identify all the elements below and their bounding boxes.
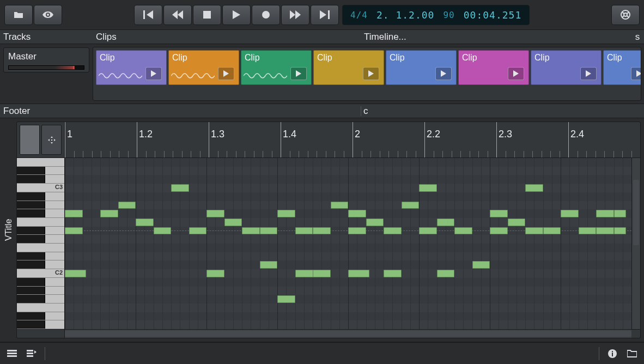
open-button[interactable] (4, 5, 33, 25)
piano-key[interactable]: C2 (17, 269, 64, 278)
view-button[interactable] (34, 5, 62, 25)
info-icon[interactable] (606, 347, 619, 360)
midi-note[interactable] (100, 210, 118, 217)
midi-note[interactable] (419, 227, 437, 235)
clips-header[interactable]: Clips (93, 32, 361, 43)
midi-note[interactable] (171, 184, 189, 192)
stop-button[interactable] (193, 5, 221, 25)
midi-note[interactable] (154, 227, 172, 235)
play-button[interactable] (222, 5, 251, 25)
clip-play-button[interactable] (218, 67, 234, 80)
midi-note[interactable] (596, 227, 614, 235)
midi-note[interactable] (508, 219, 526, 226)
folder-icon[interactable] (625, 347, 639, 360)
clip-play-button[interactable] (631, 67, 641, 80)
rewind-button[interactable] (163, 5, 192, 25)
clip-1[interactable]: Clip (168, 50, 239, 85)
midi-note[interactable] (437, 219, 455, 226)
midi-note[interactable] (543, 227, 561, 235)
scrollbar-thumb[interactable] (65, 331, 631, 337)
midi-note[interactable] (525, 184, 543, 192)
piano-key[interactable] (17, 295, 64, 304)
midi-note[interactable] (277, 295, 295, 303)
midi-note[interactable] (331, 202, 349, 209)
master-track[interactable]: Master (3, 47, 89, 72)
piano-roll-view-icon[interactable] (25, 347, 38, 360)
footer-label[interactable]: Footer (0, 106, 361, 117)
vertical-scrollbar[interactable] (631, 158, 640, 329)
midi-note[interactable] (472, 261, 490, 269)
clip-0[interactable]: Clip (96, 50, 167, 85)
clip-3[interactable]: Clip (313, 50, 384, 85)
midi-note[interactable] (402, 202, 420, 209)
timeline-header[interactable]: Timeline... (361, 32, 631, 43)
goto-end-button[interactable] (311, 5, 339, 25)
midi-note[interactable] (525, 227, 543, 235)
clip-7[interactable]: Clip (603, 50, 641, 85)
midi-note[interactable] (313, 270, 331, 277)
midi-note[interactable] (490, 227, 508, 235)
midi-note[interactable] (437, 270, 455, 277)
midi-note[interactable] (206, 210, 224, 217)
midi-note[interactable] (65, 210, 83, 217)
midi-note[interactable] (348, 210, 366, 217)
clip-play-button[interactable] (580, 67, 597, 80)
midi-note[interactable] (242, 227, 260, 235)
midi-note[interactable] (260, 261, 278, 269)
midi-note[interactable] (454, 227, 472, 235)
midi-note[interactable] (136, 219, 154, 226)
midi-note[interactable] (490, 210, 508, 217)
midi-note[interactable] (224, 219, 242, 226)
footer-c[interactable]: c (361, 106, 368, 116)
midi-note[interactable] (65, 270, 86, 277)
piano-key[interactable] (17, 167, 64, 175)
ruler[interactable]: 11.21.31.422.22.32.4 (65, 122, 640, 157)
piano-key[interactable] (17, 209, 64, 218)
piano-key[interactable] (17, 244, 64, 252)
piano-key[interactable]: C3 (17, 184, 64, 192)
midi-note[interactable] (189, 227, 207, 235)
piano-key[interactable] (17, 175, 64, 184)
piano-key[interactable] (17, 252, 64, 261)
midi-note[interactable] (419, 184, 437, 192)
clip-play-button[interactable] (290, 67, 307, 80)
piano-key[interactable] (17, 278, 64, 287)
piano-key[interactable] (17, 192, 64, 201)
midi-note[interactable] (384, 227, 402, 235)
piano-key[interactable] (17, 227, 64, 235)
midi-note[interactable] (579, 227, 597, 235)
clip-5[interactable]: Clip (458, 50, 529, 85)
midi-note[interactable] (384, 270, 402, 277)
goto-start-button[interactable] (134, 5, 162, 25)
piano-key[interactable] (17, 201, 64, 210)
midi-note[interactable] (561, 210, 579, 217)
clip-6[interactable]: Clip (531, 50, 602, 85)
clip-4[interactable]: Clip (386, 50, 457, 85)
midi-note[interactable] (348, 270, 369, 277)
list-view-icon[interactable] (5, 347, 19, 360)
clip-play-button[interactable] (145, 67, 162, 80)
piano-key[interactable] (17, 218, 64, 227)
piano-key[interactable] (17, 320, 64, 329)
midi-note[interactable] (614, 227, 627, 235)
piano-key[interactable] (17, 158, 64, 167)
piano-key[interactable] (17, 260, 64, 269)
clip-2[interactable]: Clip (241, 50, 312, 85)
piano-key[interactable] (17, 304, 64, 312)
midi-note[interactable] (206, 270, 224, 277)
s-header[interactable]: s (631, 32, 644, 43)
tool-select-button[interactable] (20, 125, 40, 155)
tracks-header[interactable]: Tracks (0, 32, 93, 43)
midi-note[interactable] (260, 227, 278, 235)
clip-play-button[interactable] (508, 67, 524, 80)
help-button[interactable] (611, 5, 640, 25)
piano-key[interactable] (17, 312, 64, 321)
midi-note[interactable] (614, 210, 627, 217)
midi-note[interactable] (313, 227, 331, 235)
piano-key[interactable] (17, 235, 64, 244)
clip-play-button[interactable] (435, 67, 452, 80)
horizontal-scrollbar[interactable] (17, 329, 640, 338)
midi-note[interactable] (596, 210, 614, 217)
clip-play-button[interactable] (363, 67, 379, 80)
midi-note[interactable] (65, 227, 83, 235)
